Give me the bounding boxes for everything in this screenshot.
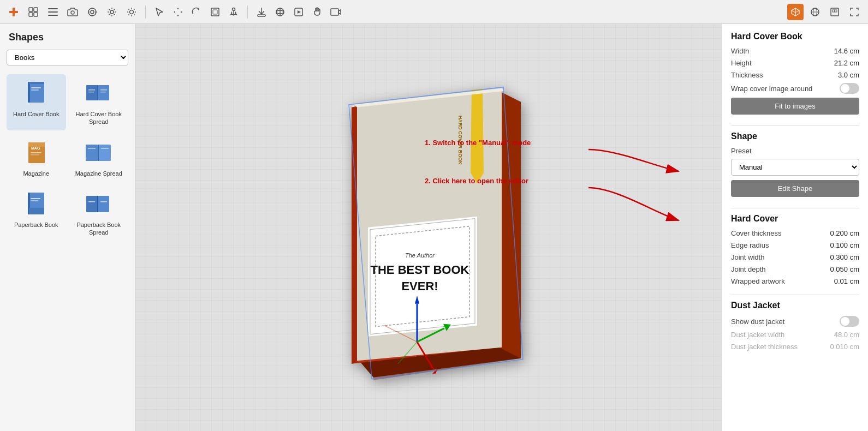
joint-width-value: 0.300 cm: [830, 253, 859, 261]
anchor-button[interactable]: [225, 4, 242, 20]
svg-rect-31: [833, 10, 835, 12]
shape-item-hard-cover-book[interactable]: Hard Cover Book: [7, 74, 66, 130]
svg-marker-67: [499, 91, 521, 358]
svg-rect-19: [213, 10, 217, 14]
magazine-label: Magazine: [23, 170, 49, 177]
shape-item-magazine[interactable]: MAG Magazine: [7, 134, 66, 182]
divider-1: [731, 125, 859, 126]
joint-depth-value: 0.050 cm: [830, 265, 859, 273]
canvas-area[interactable]: HARD COVER BOOK The Author THE BEST BOOK…: [135, 24, 722, 431]
target-button[interactable]: [84, 4, 100, 20]
divider-3: [731, 295, 859, 295]
menu-button[interactable]: [45, 4, 61, 20]
svg-text:EVER!: EVER!: [401, 279, 438, 293]
svg-point-10: [88, 8, 96, 16]
height-label: Height: [731, 59, 752, 67]
book-3d-model[interactable]: HARD COVER BOOK The Author THE BEST BOOK…: [302, 75, 532, 393]
fit-to-images-button[interactable]: Fit to images: [731, 98, 859, 115]
paperback-book-label: Paperback Book: [14, 221, 58, 229]
center-tools: [151, 4, 242, 20]
hard-cover-book-icon: [21, 79, 51, 108]
sun-button[interactable]: [123, 4, 140, 20]
wrapped-artwork-label: Wrapped artwork: [731, 277, 785, 285]
svg-rect-58: [31, 198, 40, 199]
shapes-grid: Hard Cover Book Hard Cover Book Spread: [0, 71, 135, 244]
height-row: Height 21.2 cm: [731, 59, 859, 67]
paperback-book-icon: [21, 189, 51, 219]
svg-rect-34: [28, 82, 30, 103]
shape-item-paperback-book[interactable]: Paperback Book: [7, 185, 66, 241]
shape-item-paperback-book-spread[interactable]: Paperback Book Spread: [69, 185, 129, 241]
dust-jacket-thickness-value: 0.010 cm: [830, 343, 859, 351]
render-button[interactable]: [290, 4, 307, 20]
annotation-arrow-2: [583, 179, 692, 229]
svg-marker-72: [471, 89, 484, 184]
sep1: [145, 5, 146, 19]
orbit-button[interactable]: [272, 4, 288, 20]
expand-button[interactable]: [846, 4, 863, 20]
add-button[interactable]: [5, 4, 22, 20]
svg-text:THE BEST BOOK: THE BEST BOOK: [371, 263, 469, 277]
main-layout: Shapes Books Magazines Boxes Devices: [0, 24, 868, 431]
annotation-1: 1. Switch to the "Manual" mode: [425, 139, 531, 147]
svg-point-20: [233, 8, 235, 10]
dust-jacket-thickness-row: Dust jacket thickness 0.010 cm: [731, 343, 859, 351]
pointer-button[interactable]: [151, 4, 168, 20]
import-button[interactable]: [253, 4, 270, 20]
gear-button[interactable]: [104, 4, 120, 20]
wrap-cover-toggle[interactable]: [840, 83, 859, 94]
svg-rect-63: [88, 201, 95, 202]
preset-dropdown[interactable]: Manual Auto Custom: [731, 159, 859, 176]
dust-jacket-width-label: Dust jacket width: [731, 331, 784, 339]
edge-radius-label: Edge radius: [731, 241, 769, 249]
svg-rect-50: [86, 145, 98, 161]
svg-rect-52: [99, 145, 111, 161]
svg-rect-21: [258, 15, 265, 16]
show-dust-jacket-row: Show dust jacket: [731, 316, 859, 327]
hand-button[interactable]: [309, 4, 325, 20]
svg-rect-18: [211, 8, 219, 16]
svg-rect-8: [48, 15, 58, 16]
grid-button[interactable]: [25, 4, 41, 20]
svg-rect-37: [31, 89, 39, 91]
toolbar-right: [787, 4, 863, 20]
window-button[interactable]: [827, 4, 843, 20]
svg-rect-59: [31, 200, 38, 201]
svg-point-9: [71, 11, 74, 14]
edit-shape-button[interactable]: Edit Shape: [731, 180, 859, 197]
shape-item-magazine-spread[interactable]: Magazine Spread: [69, 134, 129, 182]
show-dust-jacket-toggle[interactable]: [840, 316, 859, 327]
joint-width-label: Joint width: [731, 253, 764, 261]
svg-text:MAG: MAG: [31, 146, 40, 150]
dust-jacket-width-value: 48.0 cm: [834, 331, 859, 339]
wrap-cover-row: Wrap cover image around: [731, 83, 859, 94]
left-sidebar: Shapes Books Magazines Boxes Devices: [0, 24, 135, 431]
svg-rect-42: [88, 92, 94, 93]
cover-thickness-value: 0.200 cm: [830, 229, 859, 237]
thickness-row: Thickness 3.0 cm: [731, 71, 859, 79]
dust-jacket-thickness-label: Dust jacket thickness: [731, 343, 798, 351]
joint-depth-label: Joint depth: [731, 265, 766, 273]
svg-rect-44: [100, 92, 106, 93]
svg-point-11: [91, 10, 94, 14]
camera-button[interactable]: [64, 4, 81, 20]
book-section-title: Hard Cover Book: [731, 32, 859, 41]
category-dropdown[interactable]: Books Magazines Boxes Devices: [7, 50, 128, 65]
svg-rect-2: [29, 8, 33, 11]
cover-thickness-row: Cover thickness 0.200 cm: [731, 229, 859, 237]
rotate-button[interactable]: [188, 4, 205, 20]
svg-rect-39: [97, 85, 98, 100]
cube-button[interactable]: [787, 4, 804, 20]
center-tools-2: [253, 4, 344, 20]
svg-rect-43: [100, 89, 107, 91]
svg-text:The Author: The Author: [405, 252, 435, 259]
move-button[interactable]: [170, 4, 186, 20]
film-button[interactable]: [328, 4, 344, 20]
book-svg: HARD COVER BOOK The Author THE BEST BOOK…: [302, 75, 532, 391]
width-row: Width 14.6 cm: [731, 47, 859, 55]
svg-rect-38: [86, 85, 97, 100]
scale-button[interactable]: [207, 4, 223, 20]
svg-rect-40: [98, 85, 109, 100]
shape-item-hard-cover-book-spread[interactable]: Hard Cover Book Spread: [69, 74, 129, 130]
sphere-button[interactable]: [807, 4, 823, 20]
